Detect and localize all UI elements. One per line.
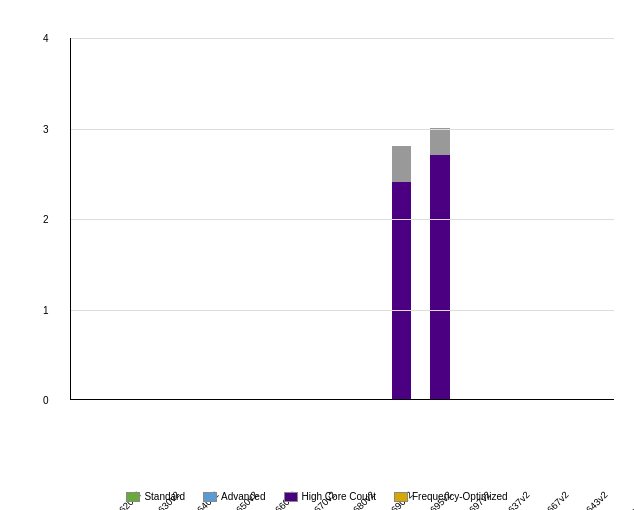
legend-label-3: Frequency-Optimized	[412, 491, 508, 502]
y-tick-label-4: 4	[43, 33, 49, 44]
legend-item-1: Advanced	[203, 491, 265, 502]
legend-swatch-3	[394, 492, 408, 502]
y-tick-label-3: 3	[43, 123, 49, 134]
bar-segment-high_core_count	[392, 182, 411, 399]
bar-group-8	[392, 146, 411, 399]
y-axis-label	[0, 38, 18, 400]
legend-item-3: Frequency-Optimized	[394, 491, 508, 502]
bar-segment-advanced	[392, 146, 411, 182]
legend-swatch-2	[284, 492, 298, 502]
legend-swatch-1	[203, 492, 217, 502]
chart-container: 01234 E5-2620v2E5-2630v2E5-2640v2E5-2650…	[0, 0, 634, 510]
bar-segment-advanced	[430, 128, 449, 155]
legend-swatch-0	[126, 492, 140, 502]
chart-area: 01234	[70, 38, 614, 400]
legend-label-0: Standard	[144, 491, 185, 502]
bar-group-9	[430, 128, 449, 400]
y-tick-label-2: 2	[43, 214, 49, 225]
bar-segment-high_core_count	[430, 155, 449, 399]
chart-title	[0, 0, 634, 14]
y-tick-label-1: 1	[43, 304, 49, 315]
legend-item-2: High Core Count	[284, 491, 376, 502]
legend-label-2: High Core Count	[302, 491, 376, 502]
legend-item-0: Standard	[126, 491, 185, 502]
legend-label-1: Advanced	[221, 491, 265, 502]
x-labels: E5-2620v2E5-2630v2E5-2640v2E5-2650v2E5-2…	[70, 405, 614, 500]
y-tick-label-0: 0	[43, 395, 49, 406]
legend: StandardAdvancedHigh Core CountFrequency…	[0, 491, 634, 502]
